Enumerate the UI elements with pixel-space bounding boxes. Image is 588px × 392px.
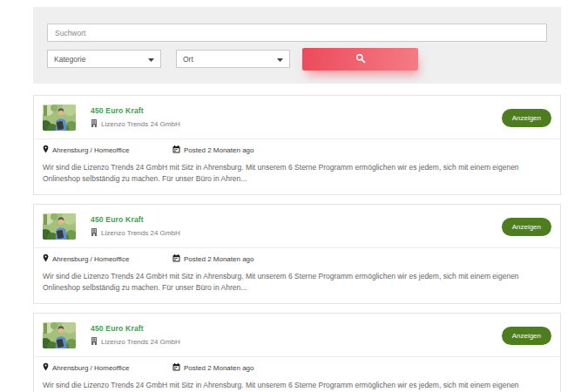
search-input[interactable] [47,24,547,42]
job-thumbnail-image[interactable] [43,105,76,131]
job-location: Ahrensburg / Homeoffice [43,253,172,264]
map-pin-icon [43,253,49,264]
job-card: 450 Euro Kraft Lizenzo Trends 24 GmbH [33,313,561,392]
job-posted-text: Posted 2 Monaten ago [184,364,254,372]
job-thumbnail-image[interactable] [43,213,76,240]
chevron-down-icon [277,55,283,64]
job-card-heading: 450 Euro Kraft Lizenzo Trends 24 GmbH [91,322,180,347]
job-company: Lizenzo Trends 24 GmbH [91,228,180,238]
job-card-header: 450 Euro Kraft Lizenzo Trends 24 GmbH [34,205,560,248]
job-card: 450 Euro Kraft Lizenzo Trends 24 GmbH [33,95,561,195]
map-pin-icon [43,362,49,373]
building-icon [91,119,98,129]
job-posted-date: Posted 2 Monaten ago [172,254,254,264]
map-pin-icon [43,145,49,155]
job-company: Lizenzo Trends 24 GmbH [91,119,180,129]
job-card-header: 450 Euro Kraft Lizenzo Trends 24 GmbH [34,314,560,357]
view-job-button[interactable]: Anzeigen [502,218,551,236]
view-job-button[interactable]: Anzeigen [502,327,551,345]
company-name: Lizenzo Trends 24 GmbH [101,120,180,128]
job-title-link[interactable]: 450 Euro Kraft [91,324,180,333]
job-location-text: Ahrensburg / Homeoffice [52,364,129,372]
job-description: Wir sind die Lizenzo Trends 24 GmbH mit … [34,380,560,392]
location-select-label: Ort [183,55,193,64]
job-card: 450 Euro Kraft Lizenzo Trends 24 GmbH [33,204,561,304]
job-company: Lizenzo Trends 24 GmbH [91,337,180,347]
job-posted-date: Posted 2 Monaten ago [172,363,254,373]
search-filters: Kategorie Ort [47,50,547,71]
job-description: Wir sind die Lizenzo Trends 24 GmbH mit … [34,271,560,303]
job-posted-text: Posted 2 Monaten ago [184,255,254,263]
job-meta-row: Ahrensburg / Homeoffice Posted 2 Monaten… [34,357,560,373]
job-meta-row: Ahrensburg / Homeoffice Posted 2 Monaten… [34,248,560,264]
job-location-text: Ahrensburg / Homeoffice [52,255,129,263]
search-icon [355,53,366,66]
job-meta-row: Ahrensburg / Homeoffice Posted 2 Monaten… [34,139,560,155]
page: Kategorie Ort [0,0,588,392]
job-title-link[interactable]: 450 Euro Kraft [91,106,180,115]
chevron-down-icon [148,55,154,64]
job-list: 450 Euro Kraft Lizenzo Trends 24 GmbH [0,95,588,392]
job-card-heading: 450 Euro Kraft Lizenzo Trends 24 GmbH [91,213,180,238]
building-icon [91,337,98,347]
job-thumbnail-image[interactable] [43,322,76,348]
job-description: Wir sind die Lizenzo Trends 24 GmbH mit … [34,162,560,194]
job-posted-text: Posted 2 Monaten ago [184,146,254,154]
calendar-icon [172,254,180,264]
category-select[interactable]: Kategorie [47,50,161,68]
view-job-button[interactable]: Anzeigen [502,109,551,127]
job-location-text: Ahrensburg / Homeoffice [52,146,129,154]
job-posted-date: Posted 2 Monaten ago [172,145,254,155]
job-location: Ahrensburg / Homeoffice [43,362,172,373]
search-button[interactable] [302,48,418,71]
calendar-icon [172,145,180,155]
job-location: Ahrensburg / Homeoffice [43,145,172,155]
calendar-icon [172,363,180,373]
job-title-link[interactable]: 450 Euro Kraft [91,215,180,224]
job-card-heading: 450 Euro Kraft Lizenzo Trends 24 GmbH [91,105,180,129]
building-icon [91,228,98,238]
company-name: Lizenzo Trends 24 GmbH [101,229,180,237]
category-select-label: Kategorie [54,55,85,64]
search-panel: Kategorie Ort [33,7,561,84]
job-card-header: 450 Euro Kraft Lizenzo Trends 24 GmbH [34,96,560,139]
company-name: Lizenzo Trends 24 GmbH [101,338,180,346]
location-select[interactable]: Ort [176,50,290,68]
